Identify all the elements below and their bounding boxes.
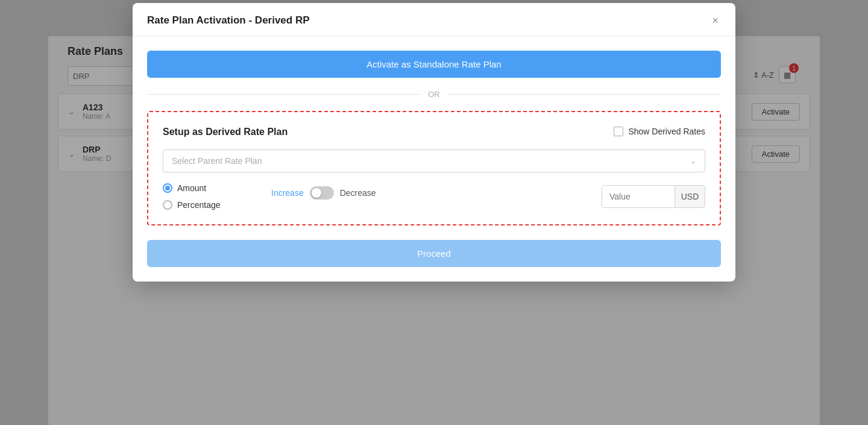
derived-title: Setup as Derived Rate Plan [163,127,288,137]
radio-amount-label: Amount [177,183,206,193]
toggle-switch[interactable] [310,186,334,200]
options-row: Amount Percentage Increase Decrease USD [163,183,705,210]
modal-close-button[interactable]: × [709,14,721,27]
toggle-section: Increase Decrease [271,186,376,200]
modal-header: Rate Plan Activation - Derived RP × [133,3,735,36]
select-parent-rate-plan[interactable]: Select Parent Rate Plan ⌄ [163,150,705,172]
or-divider: OR [147,90,721,99]
value-input[interactable] [602,186,675,207]
proceed-button[interactable]: Proceed [147,240,721,267]
radio-percentage[interactable]: Percentage [163,200,247,210]
radio-amount-btn[interactable] [163,183,172,193]
select-chevron-icon: ⌄ [690,157,696,165]
radio-amount[interactable]: Amount [163,183,247,193]
derived-box-header: Setup as Derived Rate Plan Show Derived … [163,127,705,137]
show-derived-rates: Show Derived Rates [614,127,705,136]
toggle-decrease-label: Decrease [340,188,376,198]
currency-label: USD [675,186,705,207]
derived-rate-plan-box: Setup as Derived Rate Plan Show Derived … [147,111,721,225]
show-derived-rates-checkbox[interactable] [614,127,623,136]
select-parent-placeholder: Select Parent Rate Plan [172,156,262,166]
activate-standalone-button[interactable]: Activate as Standalone Rate Plan [147,51,721,78]
modal-body: Activate as Standalone Rate Plan OR Setu… [133,36,735,282]
radio-percentage-label: Percentage [177,200,221,210]
radio-percentage-btn[interactable] [163,200,172,210]
radio-group: Amount Percentage [163,183,247,210]
show-derived-rates-label: Show Derived Rates [628,127,705,136]
modal-title: Rate Plan Activation - Derived RP [147,14,310,27]
modal: Rate Plan Activation - Derived RP × Acti… [133,3,735,282]
toggle-increase-label: Increase [271,188,304,198]
value-input-group: USD [602,185,705,208]
